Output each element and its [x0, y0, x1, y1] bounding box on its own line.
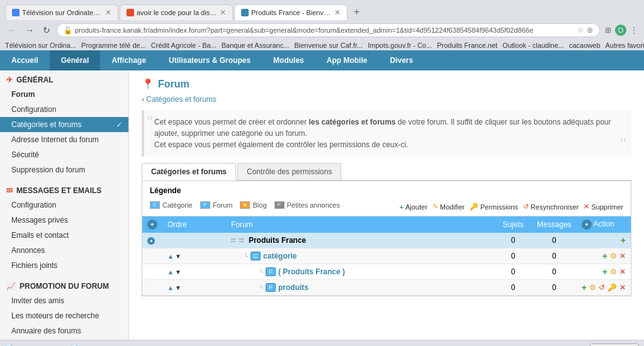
back-button[interactable]: ←	[5, 24, 19, 36]
nav-general[interactable]: Général	[50, 50, 101, 70]
nav-divers[interactable]: Divers	[378, 50, 424, 70]
action-permissions[interactable]: 🔑 Permissions	[470, 203, 518, 211]
row4-down-arrow[interactable]: ▼	[175, 284, 181, 291]
bookmark-7[interactable]: Produits France.net	[437, 42, 497, 49]
tab-categories[interactable]: Catégories et forums	[142, 163, 236, 181]
sidebar-item-inviter[interactable]: Inviter des amis	[0, 293, 128, 308]
sidebar-item-config-msg[interactable]: Configuration	[0, 198, 128, 213]
tab-permissions[interactable]: Contrôle des permissions	[237, 163, 341, 180]
tab-close-1[interactable]: ✕	[105, 8, 111, 17]
bookmark-9[interactable]: cacaoweb	[569, 42, 601, 49]
bookmark-5[interactable]: Bienvenue sur Caf.fr...	[294, 42, 363, 49]
url-bar[interactable]: 🔓 produits-france.kanak.fr/admin/index.f…	[57, 23, 600, 37]
row4-up-arrow[interactable]: ▲	[167, 284, 174, 291]
bookmark-8[interactable]: Outlook - claudine...	[502, 42, 564, 49]
th-forum: Forum	[226, 216, 494, 233]
reload-button[interactable]: ↻	[40, 24, 53, 36]
row1-add-icon[interactable]: +	[621, 235, 626, 245]
sidebar-item-configuration[interactable]: Configuration	[0, 102, 128, 117]
tab-favicon-2	[127, 9, 134, 16]
row4-del-icon[interactable]: ✕	[619, 283, 626, 292]
row4-edit-icon[interactable]: ⚙	[589, 283, 596, 292]
action-modifier[interactable]: ✎ Modifier	[432, 203, 465, 211]
nav-affichage[interactable]: Affichage	[100, 50, 157, 70]
new-tab-button[interactable]: +	[349, 4, 364, 20]
sidebar-item-mp[interactable]: Messages privés	[0, 213, 128, 228]
action-resync[interactable]: ↺ Resynchroniser	[523, 203, 579, 211]
bookmarks-bar: Télévision sur Ordina... Programme télé …	[0, 40, 644, 50]
sidebar-item-annuaire[interactable]: Annuaire des forums	[0, 323, 128, 338]
row3-del-icon[interactable]: ✕	[619, 267, 626, 276]
legend: Légende C Catégorie F Forum	[142, 181, 631, 216]
row4-action-group: + ⚙ ↺ 🔑 ✕	[582, 282, 626, 293]
forward-button[interactable]: →	[23, 24, 37, 36]
tab-close-3[interactable]: ✕	[334, 8, 341, 17]
row2-add-icon[interactable]: +	[602, 251, 607, 261]
sidebar-item-annonces[interactable]: Annonces	[0, 243, 128, 258]
legend-forum: F Forum	[200, 201, 233, 209]
browser-tab-2[interactable]: avoir le code pour la discution r... ✕	[120, 4, 233, 20]
browser-tab-3[interactable]: Produits France - Bienvenue sur... ✕	[234, 4, 347, 20]
sidebar-item-fichiers[interactable]: Fichiers joints	[0, 258, 128, 273]
forum-pin-icon: 📍	[142, 78, 154, 90]
row2-del-icon[interactable]: ✕	[619, 252, 626, 260]
nav-appmobile[interactable]: App Mobile	[315, 50, 379, 70]
petite-legend-icon: P	[274, 201, 285, 209]
row2-down-arrow[interactable]: ▼	[175, 253, 181, 260]
sidebar-item-forum[interactable]: Forum	[0, 87, 128, 102]
row3-sujets: 0	[494, 264, 532, 280]
forum-legend-icon: F	[200, 201, 210, 209]
sidebar-item-adresse[interactable]: Adresse Internet du forum	[0, 132, 128, 147]
sidebar-item-securite[interactable]: Sécurité	[0, 147, 128, 162]
bookmark-3[interactable]: Crédit Agricole - Ba...	[151, 42, 217, 49]
nav-modules[interactable]: Modules	[262, 50, 315, 70]
row3-actions: + ⚙ ✕	[577, 264, 631, 280]
menu-button[interactable]: ⋮	[629, 25, 639, 36]
sidebar-item-moteurs[interactable]: Les moteurs de recherche	[0, 308, 128, 323]
row1-num: ✦	[142, 233, 162, 248]
row3-order: ▲ ▼	[162, 264, 226, 280]
row3-down-arrow[interactable]: ▼	[175, 269, 181, 276]
browser-tab-1[interactable]: Télévision sur Ordinateur pa... ✕	[5, 4, 118, 20]
bookmark-10[interactable]: Autres favoris	[606, 42, 644, 49]
bookmark-6[interactable]: Impots.gouv.fr - Co...	[368, 42, 432, 49]
row2-tree-line: └	[244, 253, 248, 260]
row1-action-group: +	[582, 235, 626, 245]
row4-perm-icon[interactable]: 🔑	[607, 283, 617, 292]
nav-accueil[interactable]: Accueil	[0, 50, 50, 70]
row3-add-icon[interactable]: +	[602, 267, 607, 277]
bookmark-icon[interactable]: ⊕	[587, 26, 593, 35]
profile-button[interactable]: O	[615, 25, 626, 36]
main-content: 📍 Forum › Catégories et forums " Cet esp…	[129, 70, 644, 340]
sidebar-item-trafic[interactable]: Échange de trafic	[0, 338, 128, 340]
nav-utilisateurs[interactable]: Utilisateurs & Groupes	[157, 50, 262, 70]
extensions-button[interactable]: ⊞	[604, 25, 613, 36]
row4-label[interactable]: produits	[278, 283, 308, 292]
row3-up-arrow[interactable]: ▲	[167, 269, 174, 276]
tout-afficher-button[interactable]: Tout afficher	[590, 343, 639, 347]
sidebar-item-emails[interactable]: Emails et contact	[0, 228, 128, 243]
sidebar-item-suppression[interactable]: Suppression du forum	[0, 162, 128, 177]
row3-edit-icon[interactable]: ⚙	[610, 267, 617, 276]
row3-label[interactable]: ( Produits France )	[278, 267, 345, 276]
star-icon[interactable]: ☆	[577, 26, 584, 35]
forum-table: ✦ Ordre Forum Sujets Messages ✦ Action ✦	[142, 216, 631, 296]
tab-close-2[interactable]: ✕	[220, 8, 226, 17]
action-supprimer[interactable]: ✕ Supprimer	[584, 203, 623, 211]
row2-edit-icon[interactable]: ⚙	[610, 252, 617, 260]
row2-label[interactable]: catégorie	[263, 252, 297, 260]
row4-add-icon[interactable]: +	[582, 282, 587, 293]
row2-up-arrow[interactable]: ▲	[167, 253, 174, 260]
action-ajouter[interactable]: + Ajouter	[400, 203, 427, 211]
sidebar-section-general: ✈ GÉNÉRAL	[0, 70, 128, 87]
bookmark-1[interactable]: Télévision sur Ordina...	[5, 42, 76, 49]
bookmark-4[interactable]: Banque et Assuranc...	[222, 42, 290, 49]
breadcrumb-link[interactable]: Catégories et forums	[146, 95, 216, 104]
row4-sync-icon[interactable]: ↺	[599, 283, 605, 292]
table-row: ▲ ▼ └ C catégorie	[142, 248, 631, 264]
tab-label-3: Produits France - Bienvenue sur...	[251, 9, 332, 16]
table-row: ▲ ▼ └ F ( Produits France )	[142, 264, 631, 280]
row4-num	[142, 280, 162, 296]
bookmark-2[interactable]: Programme télé de...	[81, 42, 146, 49]
sidebar-item-categories[interactable]: Catégories et forums ✓	[0, 117, 128, 132]
